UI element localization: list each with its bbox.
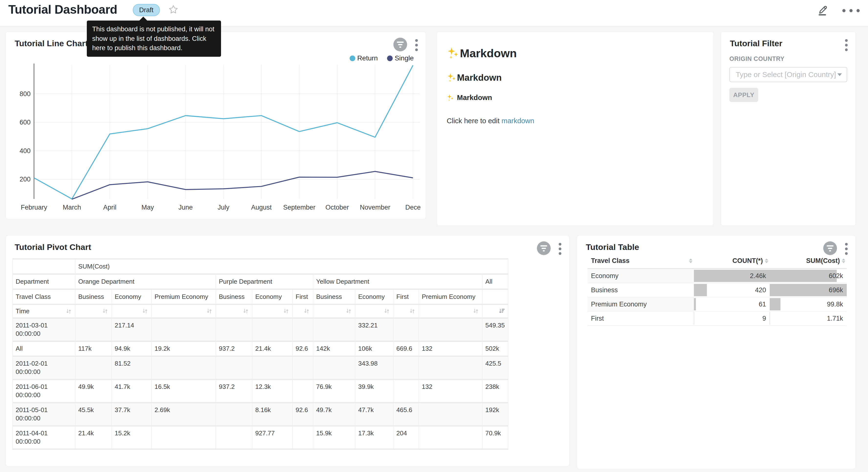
line-chart-card: Tutorial Line Chart Return Single 200400… xyxy=(6,32,426,219)
pivot-value-cell: 937.2 xyxy=(216,380,252,403)
count-cell: 61 xyxy=(694,297,770,311)
pivot-value-cell: 217.14 xyxy=(112,318,152,342)
col-header-travel-class[interactable]: Travel Class xyxy=(588,255,694,268)
more-vertical-icon[interactable] xyxy=(843,242,849,256)
x-tick-label: March xyxy=(63,204,81,211)
pivot-value-cell: 8.16k xyxy=(252,403,293,426)
x-tick-label: July xyxy=(218,204,229,211)
pivot-value-cell: 425.5 xyxy=(483,356,508,380)
markdown-edit-link[interactable]: markdown xyxy=(501,117,534,125)
pivot-value-cell: 49.9k xyxy=(75,380,112,403)
pivot-value-cell: 15.2k xyxy=(112,426,152,449)
pivot-chart-card: Tutorial Pivot Chart SUM(Cost)Department… xyxy=(6,235,569,466)
filter-card: Tutorial Filter ORIGIN COUNTRY Type or S… xyxy=(721,32,856,226)
pivot-row-label: 2011-04-0100:00:00 xyxy=(13,426,75,449)
more-vertical-icon[interactable] xyxy=(843,38,849,52)
sum-cell: 696k xyxy=(770,283,847,297)
sort-icon[interactable] xyxy=(293,304,313,318)
pivot-value-cell xyxy=(216,318,252,342)
pivot-class-col: Premium Economy xyxy=(152,289,216,304)
edit-pencil-icon[interactable] xyxy=(817,4,828,17)
sort-icon[interactable] xyxy=(152,304,216,318)
pivot-value-cell xyxy=(75,318,112,342)
pivot-value-cell xyxy=(394,356,419,380)
legend-item-single[interactable]: Single xyxy=(387,54,414,62)
markdown-h3-text: Markdown xyxy=(457,94,492,102)
applied-filter-indicator-icon[interactable] xyxy=(823,241,837,255)
series-line-single[interactable] xyxy=(72,171,413,199)
origin-country-select[interactable]: Type or Select [Origin Country] xyxy=(730,67,847,82)
dashboard-page: Tutorial Dashboard Draft This dashboard … xyxy=(0,0,868,472)
col-header-count[interactable]: COUNT(*) xyxy=(694,255,770,268)
applied-filter-indicator-icon[interactable] xyxy=(537,241,551,255)
pivot-value-cell xyxy=(419,318,483,342)
markdown-paragraph-text: Click here to edit xyxy=(447,117,501,125)
table-row: First91.71k xyxy=(588,311,847,325)
legend-item-return[interactable]: Return xyxy=(350,54,378,62)
pivot-value-cell: 47.7k xyxy=(355,403,394,426)
pivot-value-cell xyxy=(216,403,252,426)
more-horizontal-icon[interactable] xyxy=(842,9,860,12)
table-row: Business420696k xyxy=(588,283,847,297)
pivot-value-cell xyxy=(152,426,216,449)
pivot-row-label: 2011-03-0100:00:00 xyxy=(13,318,75,342)
markdown-h2-text: Markdown xyxy=(457,72,502,83)
x-tick-label: November xyxy=(360,204,391,211)
pivot-row-label: All xyxy=(13,342,75,356)
pivot-value-cell: 132 xyxy=(419,380,483,403)
pivot-cell xyxy=(483,289,508,304)
y-tick-label: 200 xyxy=(20,176,31,183)
sort-icon[interactable] xyxy=(75,304,112,318)
sort-icon[interactable] xyxy=(313,304,355,318)
sort-icon[interactable] xyxy=(112,304,152,318)
pivot-dept-label: Department xyxy=(13,274,75,289)
travel-class-cell: First xyxy=(588,311,694,325)
pivot-class-col: First xyxy=(394,289,419,304)
sort-icon[interactable] xyxy=(216,304,252,318)
sort-desc-icon[interactable] xyxy=(483,304,508,318)
sum-cell: 1.71k xyxy=(770,311,847,325)
pivot-value-cell: 332.21 xyxy=(355,318,394,342)
pivot-value-cell: 2.69k xyxy=(152,403,216,426)
pivot-value-cell xyxy=(394,318,419,342)
x-tick-label: September xyxy=(283,204,315,211)
single-series-dot xyxy=(387,56,393,61)
sum-cell: 99.8k xyxy=(770,297,847,311)
sort-icon[interactable] xyxy=(394,304,419,318)
sort-icon[interactable] xyxy=(419,304,483,318)
pivot-value-cell: 49.7k xyxy=(313,403,355,426)
favorite-star-icon[interactable] xyxy=(168,4,179,15)
pivot-row-label: 2011-05-0100:00:00 xyxy=(13,403,75,426)
pivot-all-label: All xyxy=(483,274,508,289)
legend-label: Return xyxy=(357,54,378,62)
col-header-sum[interactable]: SUM(Cost) xyxy=(770,255,847,268)
chevron-down-icon xyxy=(837,73,842,76)
pivot-value-cell: 39.9k xyxy=(355,380,394,403)
pivot-value-cell xyxy=(419,356,483,380)
pivot-class-col: Economy xyxy=(252,289,293,304)
pivot-class-col: Business xyxy=(75,289,112,304)
count-cell: 9 xyxy=(694,311,770,325)
table-card: Tutorial Table Travel ClassCOUNT(*)SUM(C… xyxy=(577,235,856,469)
pivot-value-cell xyxy=(419,403,483,426)
sort-icon[interactable] xyxy=(355,304,394,318)
pivot-class-col: Business xyxy=(216,289,252,304)
pivot-class-col: Business xyxy=(313,289,355,304)
pivot-value-cell: 937.2 xyxy=(216,342,252,356)
pivot-value-cell: 81.52 xyxy=(112,356,152,380)
pivot-value-cell: 37.7k xyxy=(112,403,152,426)
pivot-time-header[interactable]: Time xyxy=(13,304,75,318)
pivot-value-cell: 132 xyxy=(419,342,483,356)
pivot-value-cell xyxy=(419,426,483,449)
page-title: Tutorial Dashboard xyxy=(8,2,117,17)
status-badge[interactable]: Draft xyxy=(133,4,160,16)
x-tick-label: October xyxy=(326,204,349,211)
pivot-value-cell: 465.6 xyxy=(394,403,419,426)
pivot-value-cell: 117k xyxy=(75,342,112,356)
sort-icon[interactable] xyxy=(252,304,293,318)
more-vertical-icon[interactable] xyxy=(557,242,563,256)
sparkles-icon xyxy=(447,73,457,83)
apply-button[interactable]: APPLY xyxy=(730,88,758,102)
pivot-value-cell: 16.5k xyxy=(152,380,216,403)
header-actions xyxy=(817,4,860,17)
